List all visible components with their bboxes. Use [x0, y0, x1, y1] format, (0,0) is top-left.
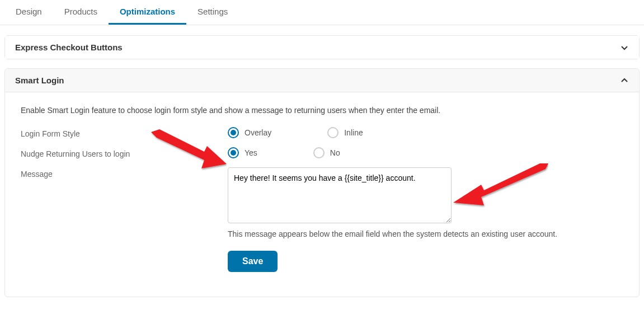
label-nudge-returning: Nudge Returning Users to login — [21, 147, 228, 158]
save-button[interactable]: Save — [228, 251, 278, 272]
radio-label: Inline — [344, 128, 363, 137]
panel-title: Express Checkout Buttons — [15, 43, 123, 52]
radio-group-nudge-returning: Yes No — [228, 147, 623, 158]
panel-express-checkout: Express Checkout Buttons — [4, 35, 640, 59]
radio-group-login-form-style: Overlay Inline — [228, 127, 623, 138]
tab-products[interactable]: Products — [53, 0, 109, 25]
radio-label: No — [330, 148, 340, 157]
radio-label: Yes — [245, 148, 257, 157]
radio-yes[interactable]: Yes — [228, 147, 257, 158]
radio-icon — [313, 147, 325, 158]
section-description: Enable Smart Login feature to choose log… — [21, 106, 623, 115]
tab-settings[interactable]: Settings — [186, 0, 239, 25]
chevron-up-icon — [620, 76, 629, 85]
label-message: Message — [21, 167, 228, 179]
radio-label: Overlay — [245, 128, 271, 137]
panel-smart-login: Smart Login Enable Smart Login feature t… — [4, 68, 640, 297]
panel-title: Smart Login — [15, 76, 64, 85]
radio-icon — [327, 127, 339, 138]
tabs-bar: Design Products Optimizations Settings — [0, 0, 644, 25]
radio-no[interactable]: No — [313, 147, 340, 158]
radio-icon — [228, 127, 239, 138]
panel-body-smart-login: Enable Smart Login feature to choose log… — [5, 92, 639, 297]
tab-design[interactable]: Design — [4, 0, 53, 25]
message-textarea[interactable] — [228, 167, 452, 223]
panel-toggle-smart-login[interactable]: Smart Login — [5, 69, 639, 92]
radio-icon — [228, 147, 239, 158]
radio-inline[interactable]: Inline — [327, 127, 363, 138]
chevron-down-icon — [620, 43, 629, 52]
label-login-form-style: Login Form Style — [21, 127, 228, 138]
message-helper-text: This message appears below the email fie… — [228, 229, 623, 238]
panel-toggle-express-checkout[interactable]: Express Checkout Buttons — [5, 36, 639, 59]
radio-overlay[interactable]: Overlay — [228, 127, 271, 138]
tab-optimizations[interactable]: Optimizations — [109, 0, 186, 25]
